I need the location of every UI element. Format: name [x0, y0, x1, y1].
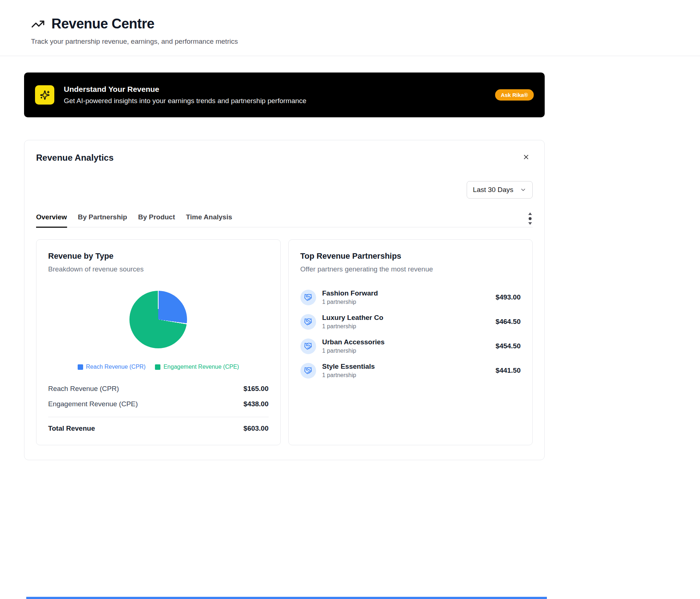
tab-overview[interactable]: Overview [36, 213, 67, 228]
analytics-card-header: Revenue Analytics [36, 153, 533, 163]
partner-row-urban-accessories: Urban Accessories 1 partnership $454.50 [300, 338, 521, 354]
page-title: Revenue Centre [51, 16, 154, 32]
scroll-indicator[interactable] [528, 212, 532, 225]
partner-info: Urban Accessories 1 partnership [322, 338, 385, 354]
page-subtitle: Track your partnership revenue, earnings… [31, 38, 700, 46]
handshake-icon [300, 290, 316, 305]
partner-name: Luxury Leather Co [322, 314, 384, 322]
partner-meta: 1 partnership [322, 348, 385, 354]
revenue-row-label: Engagement Revenue (CPE) [48, 400, 138, 408]
legend-label-cpe: Engagement Revenue (CPE) [163, 364, 239, 370]
partial-element-bottom [26, 597, 547, 599]
revenue-row-cpr: Reach Revenue (CPR) $165.00 [48, 381, 269, 396]
partner-meta: 1 partnership [322, 299, 378, 305]
partner-amount: $441.50 [495, 367, 521, 375]
legend-swatch-cpr [78, 364, 83, 370]
scroll-thumb[interactable] [529, 217, 532, 220]
sparkles-icon [35, 85, 54, 105]
banner-subtitle: Get AI-powered insights into your earnin… [64, 97, 306, 105]
partner-amount: $464.50 [495, 318, 521, 326]
partner-meta: 1 partnership [322, 372, 375, 379]
legend-item-cpe: Engagement Revenue (CPE) [155, 364, 239, 370]
handshake-icon [300, 338, 316, 354]
page-title-row: Revenue Centre [31, 16, 700, 32]
revenue-centre-page: Revenue Centre Track your partnership re… [0, 0, 700, 460]
partner-row-fashion-forward: Fashion Forward 1 partnership $493.00 [300, 289, 521, 305]
handshake-icon [300, 314, 316, 330]
partner-name: Fashion Forward [322, 289, 378, 297]
revenue-row-amount: $165.00 [244, 385, 269, 393]
date-range-row: Last 30 Days [36, 181, 533, 199]
total-revenue-label: Total Revenue [48, 424, 95, 432]
partner-row-style-essentials: Style Essentials 1 partnership $441.50 [300, 363, 521, 379]
top-partnerships-panel: Top Revenue Partnerships Offer partners … [288, 239, 533, 445]
partner-info: Style Essentials 1 partnership [322, 363, 375, 379]
tab-time-analysis[interactable]: Time Analysis [186, 213, 232, 228]
partner-name: Style Essentials [322, 363, 375, 371]
date-range-value: Last 30 Days [473, 186, 513, 194]
revenue-pie-chart [129, 291, 187, 348]
analytics-tabs: Overview By Partnership By Product Time … [36, 213, 533, 227]
handshake-icon [300, 363, 316, 379]
revenue-row-label: Reach Revenue (CPR) [48, 385, 119, 393]
analytics-panels: Revenue by Type Breakdown of revenue sou… [36, 239, 533, 445]
revenue-row-amount: $438.00 [244, 400, 269, 408]
ai-insights-banner: Understand Your Revenue Get AI-powered i… [24, 73, 545, 117]
partner-info: Fashion Forward 1 partnership [322, 289, 378, 305]
partner-name: Urban Accessories [322, 338, 385, 346]
partner-meta: 1 partnership [322, 323, 384, 330]
top-partnerships-subtitle: Offer partners generating the most reven… [300, 265, 521, 273]
legend-label-cpr: Reach Revenue (CPR) [86, 364, 146, 370]
top-partnerships-title: Top Revenue Partnerships [300, 251, 521, 261]
scroll-up-icon[interactable] [528, 212, 532, 215]
chevron-down-icon [520, 187, 526, 193]
banner-text: Understand Your Revenue Get AI-powered i… [64, 85, 306, 105]
pie-chart-wrapper [48, 291, 269, 348]
header-divider [0, 56, 700, 56]
partner-amount: $454.50 [495, 342, 521, 350]
revenue-by-type-subtitle: Breakdown of revenue sources [48, 265, 269, 273]
tab-by-partnership[interactable]: By Partnership [78, 213, 127, 228]
pie-chart-legend: Reach Revenue (CPR) Engagement Revenue (… [48, 364, 269, 370]
revenue-type-rows: Reach Revenue (CPR) $165.00 Engagement R… [48, 381, 269, 412]
analytics-title: Revenue Analytics [36, 153, 114, 163]
partner-info: Luxury Leather Co 1 partnership [322, 314, 384, 330]
legend-swatch-cpe [155, 364, 160, 370]
revenue-by-type-panel: Revenue by Type Breakdown of revenue sou… [36, 239, 281, 445]
trending-up-icon [31, 17, 45, 31]
scroll-down-icon[interactable] [528, 222, 532, 225]
partner-amount: $493.00 [495, 293, 521, 301]
total-revenue-amount: $603.00 [244, 424, 269, 432]
partner-row-luxury-leather-co: Luxury Leather Co 1 partnership $464.50 [300, 314, 521, 330]
date-range-select[interactable]: Last 30 Days [467, 181, 533, 199]
tab-by-product[interactable]: By Product [138, 213, 175, 228]
close-icon[interactable] [522, 153, 530, 161]
content-column: Understand Your Revenue Get AI-powered i… [0, 73, 545, 460]
ask-rika-button[interactable]: Ask Rika® [495, 89, 534, 101]
total-revenue-row: Total Revenue $603.00 [48, 417, 269, 432]
banner-title: Understand Your Revenue [64, 85, 306, 94]
revenue-analytics-card: Revenue Analytics Last 30 Days [24, 140, 545, 460]
legend-item-cpr: Reach Revenue (CPR) [78, 364, 146, 370]
revenue-by-type-title: Revenue by Type [48, 251, 269, 261]
partner-list: Fashion Forward 1 partnership $493.00 [300, 289, 521, 379]
revenue-row-cpe: Engagement Revenue (CPE) $438.00 [48, 396, 269, 412]
page-header: Revenue Centre Track your partnership re… [0, 0, 700, 46]
